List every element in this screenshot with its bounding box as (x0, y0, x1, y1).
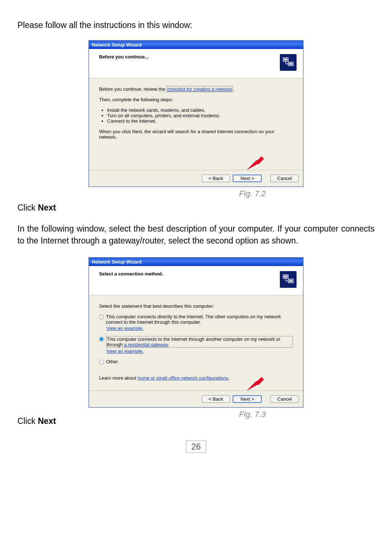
page-number-wrap: 26 (17, 441, 375, 453)
cancel-button[interactable]: Cancel (270, 395, 299, 403)
view-example-2-link[interactable]: View an example. (106, 348, 143, 354)
radio-group-2: This computer connects to the Internet t… (99, 336, 293, 354)
back-button[interactable]: < Back (202, 395, 230, 403)
svg-rect-9 (289, 280, 293, 282)
network-wizard-icon (280, 271, 297, 288)
wizard1-bullet-3: Connect to the Internet. (107, 118, 293, 124)
svg-rect-1 (284, 58, 287, 61)
intro-text: Please follow all the instructions in th… (17, 20, 375, 30)
radio-group-3: Other (99, 359, 293, 364)
radio-option-1[interactable]: This computer connects directly to the I… (99, 314, 293, 325)
learn-more-line: Learn more about home or small office ne… (99, 375, 293, 381)
radio-2-label: This computer connects to the Internet t… (106, 336, 293, 348)
svg-rect-7 (284, 275, 287, 278)
page-number: 26 (186, 441, 207, 453)
next-button[interactable]: Next > (233, 395, 262, 403)
wizard1-buttons: < Back Next > Cancel (89, 170, 303, 187)
click-next-2: Click Next (17, 416, 375, 426)
wizard2-header: Select a connection method. (89, 266, 303, 295)
radio-1-label: This computer connects directly to the I… (106, 314, 293, 325)
wizard2-prompt: Select the statement that best describes… (99, 303, 293, 309)
wizard2-buttons: < Back Next > Cancel (89, 391, 303, 407)
radio-3-input[interactable] (99, 360, 104, 364)
middle-paragraph: In the following window, select the best… (17, 223, 375, 247)
wizard1-steps-list: Install the network cards, modems, and c… (99, 107, 293, 124)
next-button[interactable]: Next > (233, 175, 262, 182)
wizard2-titlebar: Network Setup Wizard (89, 258, 303, 266)
radio-2-input[interactable] (99, 337, 104, 342)
back-button[interactable]: < Back (202, 175, 230, 182)
radio-1-input[interactable] (99, 315, 104, 319)
radio-option-3[interactable]: Other (99, 359, 293, 364)
wizard1-titlebar: Network Setup Wizard (89, 41, 303, 49)
radio-group-1: This computer connects directly to the I… (99, 314, 293, 331)
wizard2-dialog: Network Setup Wizard Select a connection… (89, 257, 303, 408)
wizard2-body: Select the statement that best describes… (89, 295, 303, 391)
svg-rect-3 (289, 63, 293, 65)
view-example-1-link[interactable]: View an example. (106, 326, 143, 331)
wizard1-header-title: Before you continue... (99, 54, 149, 60)
wizard1-header: Before you continue... (89, 49, 303, 78)
wizard1-review-line: Before you continue, review the checklis… (99, 86, 293, 92)
learn-more-link[interactable]: home or small office network configurati… (138, 375, 228, 381)
wizard1-note: When you click Next, the wizard will sea… (99, 129, 293, 140)
wizard1-body: Before you continue, review the checklis… (89, 78, 303, 170)
fig1-caption: Fig. 7.2 (17, 189, 375, 199)
network-wizard-icon (280, 54, 297, 71)
wizard2-header-title: Select a connection method. (99, 271, 163, 277)
click-next-1: Click Next (17, 203, 375, 213)
wizard1-line1-prefix: Before you continue, review the (99, 86, 167, 92)
cancel-button[interactable]: Cancel (270, 175, 299, 182)
radio-3-label: Other (106, 359, 293, 364)
wizard1-dialog: Network Setup Wizard Before you continue… (89, 40, 303, 187)
radio-option-2[interactable]: This computer connects to the Internet t… (99, 336, 293, 348)
wizard1-bullet-2: Turn on all computers, printers, and ext… (107, 113, 293, 118)
wizard1-bullet-1: Install the network cards, modems, and c… (107, 107, 293, 113)
wizard1-then-line: Then, complete the following steps: (99, 97, 293, 102)
residential-gateway-link[interactable]: a residential gateway (124, 342, 168, 347)
checklist-link[interactable]: checklist for creating a network (167, 86, 233, 92)
